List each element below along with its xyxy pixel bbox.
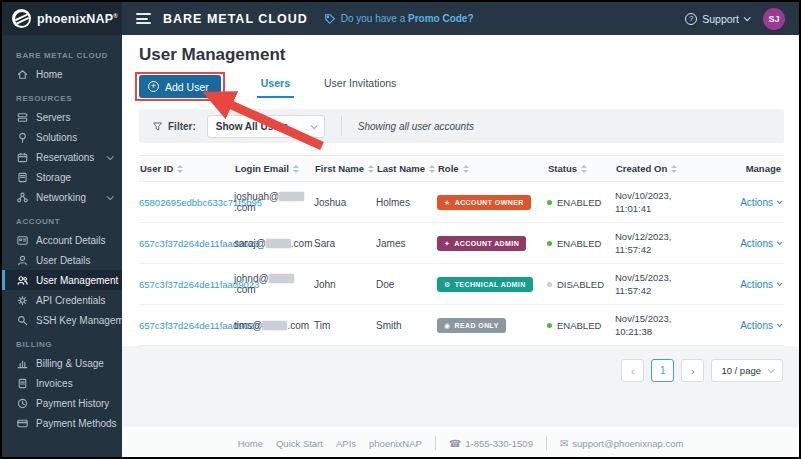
footer-link-apis[interactable]: APIs	[336, 438, 356, 449]
actions-menu-button[interactable]: Actions	[740, 320, 781, 331]
chevron-down-icon	[744, 14, 751, 21]
created-on: Nov/12/2023,11:57:42	[615, 230, 708, 256]
divider	[341, 116, 342, 136]
sort-icon	[368, 165, 374, 173]
column-header-first-name[interactable]: First Name	[314, 163, 376, 174]
users-table: User ID Login Email First Name Last Name…	[139, 155, 784, 346]
sidebar-item-user-management[interactable]: User Management	[2, 270, 122, 290]
divider	[546, 436, 547, 450]
chevron-down-icon	[107, 153, 114, 160]
chevron-down-icon	[310, 122, 317, 129]
redacted-email-domain	[269, 274, 294, 283]
filter-dropdown[interactable]: Show All Users	[207, 115, 325, 138]
sidebar-section-account: ACCOUNT	[16, 217, 122, 226]
column-header-login-email[interactable]: Login Email	[234, 163, 314, 174]
networking-icon	[16, 191, 29, 204]
column-header-manage: Manage	[708, 163, 784, 174]
sidebar-section-resources: RESOURCES	[16, 94, 122, 103]
storage-icon	[16, 171, 29, 184]
sidebar-item-payment-methods[interactable]: Payment Methods	[2, 413, 122, 433]
chevron-down-icon	[777, 321, 783, 327]
sidebar-item-solutions[interactable]: Solutions	[2, 127, 122, 147]
users-icon	[16, 274, 29, 287]
pagination-prev-button[interactable]: ‹	[621, 359, 644, 382]
sidebar-item-home[interactable]: Home	[2, 64, 122, 84]
filter-bar: Filter: Show All Users Showing all user …	[139, 109, 784, 143]
phoenixnap-globe-icon	[12, 9, 31, 28]
promo-code-link[interactable]: Do you have a Promo Code?	[324, 13, 474, 25]
sort-icon	[293, 165, 299, 173]
sidebar-item-storage[interactable]: Storage	[2, 167, 122, 187]
id-card-icon	[16, 234, 29, 247]
column-header-role[interactable]: Role	[437, 163, 547, 174]
page-size-dropdown[interactable]: 10 / page	[711, 359, 783, 382]
sidebar-section-bare-metal-cloud: BARE METAL CLOUD	[16, 51, 122, 60]
add-user-button[interactable]: + Add User	[139, 75, 221, 98]
footer-email-link[interactable]: ✉support@phoenixnap.com	[560, 438, 683, 449]
login-email: saraj@.com	[234, 238, 314, 249]
table-header-row: User ID Login Email First Name Last Name…	[139, 155, 784, 182]
sort-icon	[581, 165, 587, 173]
actions-menu-button[interactable]: Actions	[740, 279, 781, 290]
top-bar: phoenixNAP® BARE METAL CLOUD Do you have…	[2, 2, 799, 35]
sidebar-item-servers[interactable]: Servers	[2, 107, 122, 127]
footer-link-home[interactable]: Home	[238, 438, 263, 449]
column-header-user-id[interactable]: User ID	[139, 163, 234, 174]
column-header-last-name[interactable]: Last Name	[376, 163, 437, 174]
hamburger-menu-icon[interactable]	[136, 13, 151, 24]
location-pin-icon	[16, 131, 29, 144]
sort-icon	[671, 165, 677, 173]
tab-users[interactable]: Users	[257, 73, 294, 98]
sidebar-item-payment-history[interactable]: Payment History	[2, 393, 122, 413]
sidebar-item-invoices[interactable]: Invoices	[2, 373, 122, 393]
gear-icon: ⚙	[444, 281, 451, 288]
eye-icon: ◉	[444, 322, 451, 329]
key-search-icon	[16, 314, 29, 327]
last-name: Holmes	[376, 197, 437, 208]
tab-user-invitations[interactable]: User Invitations	[320, 73, 400, 98]
pagination-page-1[interactable]: 1	[651, 359, 674, 382]
column-header-status[interactable]: Status	[547, 163, 615, 174]
envelope-icon: ✉	[560, 438, 568, 449]
sidebar-item-billing-usage[interactable]: Billing & Usage	[2, 353, 122, 373]
status-badge: ENABLED	[547, 320, 615, 331]
last-name: Doe	[376, 279, 437, 290]
sort-icon	[177, 165, 183, 173]
footer-link-phoenixnap[interactable]: phoenixNAP	[369, 438, 422, 449]
actions-menu-button[interactable]: Actions	[740, 238, 781, 249]
home-icon	[16, 68, 29, 81]
support-menu[interactable]: ? Support	[685, 13, 749, 25]
table-row: 657c3f37d264de11faad9023 johnd@.com John…	[139, 264, 784, 305]
sidebar-item-reservations[interactable]: Reservations	[2, 147, 122, 167]
tab-bar: Users User Invitations	[257, 73, 401, 98]
actions-menu-button[interactable]: Actions	[740, 197, 781, 208]
table-row: 65802695edbbc633c71f5b95 joshuah@.com Jo…	[139, 182, 784, 223]
gear-icon	[16, 294, 29, 307]
sort-icon	[429, 165, 435, 173]
last-name: James	[376, 238, 437, 249]
status-dot	[547, 282, 552, 287]
sidebar-item-user-details[interactable]: User Details	[2, 250, 122, 270]
sidebar-item-networking[interactable]: Networking	[2, 187, 122, 207]
chevron-down-icon	[768, 366, 775, 373]
filter-funnel-icon	[152, 121, 163, 132]
sidebar-item-account-details[interactable]: Account Details	[2, 230, 122, 250]
pagination-next-button[interactable]: ›	[681, 359, 704, 382]
star-icon: ★	[444, 199, 451, 206]
footer-phone-link[interactable]: ☎1-855-330-1509	[449, 438, 533, 449]
footer-link-quick-start[interactable]: Quick Start	[276, 438, 323, 449]
chevron-down-icon	[777, 280, 783, 286]
user-icon	[16, 254, 29, 267]
first-name: Sara	[314, 238, 376, 249]
status-dot	[547, 241, 552, 246]
calendar-icon	[16, 151, 29, 164]
column-header-created-on[interactable]: Created On	[615, 163, 708, 174]
sidebar-item-api-credentials[interactable]: API Credentials	[2, 290, 122, 310]
brand-logo[interactable]: phoenixNAP®	[2, 2, 122, 35]
sidebar-item-ssh-key-management[interactable]: SSH Key Management	[2, 310, 122, 330]
last-name: Smith	[376, 320, 437, 331]
created-on: Nov/15/2023,10:21:38	[615, 312, 708, 338]
avatar[interactable]: SJ	[763, 8, 785, 30]
created-on: Nov/15/2023,11:57:42	[615, 271, 708, 297]
footer: Home Quick Start APIs phoenixNAP ☎1-855-…	[122, 427, 799, 459]
